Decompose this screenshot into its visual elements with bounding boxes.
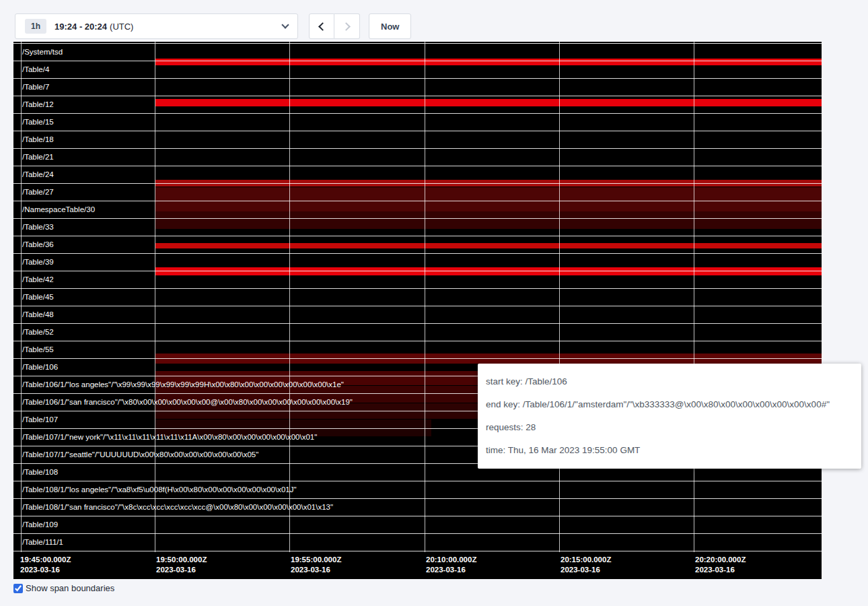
span-row-label: /Table/39 bbox=[13, 254, 54, 271]
span-row[interactable]: /Table/109 bbox=[13, 516, 822, 534]
span-row-label: /Table/48 bbox=[13, 306, 54, 323]
span-row[interactable]: /Table/45 bbox=[13, 289, 822, 306]
span-row[interactable]: /Table/12 bbox=[13, 96, 822, 114]
span-row[interactable]: /NamespaceTable/30 bbox=[13, 201, 822, 219]
span-row[interactable]: /Table/36 bbox=[13, 236, 822, 254]
span-row-label: /Table/111/1 bbox=[13, 534, 63, 551]
span-row-label: /Table/107 bbox=[13, 411, 58, 428]
tick-time: 19:55:00.000Z bbox=[291, 555, 341, 565]
time-nav-group bbox=[309, 13, 360, 39]
span-row-label: /Table/33 bbox=[13, 219, 54, 236]
range-timezone: (UTC) bbox=[110, 22, 133, 32]
x-axis-tick: 20:20:00.000Z2023-03-16 bbox=[695, 555, 746, 575]
span-row-label: /Table/108/1/"san francisco"/"\x8c\xcc\x… bbox=[13, 499, 333, 516]
tick-time: 20:20:00.000Z bbox=[695, 555, 746, 565]
span-row[interactable]: /Table/111/1 bbox=[13, 534, 822, 551]
tick-date: 2023-03-16 bbox=[20, 565, 71, 575]
now-button[interactable]: Now bbox=[369, 13, 411, 39]
tick-date: 2023-03-16 bbox=[560, 565, 611, 575]
span-row[interactable]: /Table/33 bbox=[13, 219, 822, 236]
span-row-label: /Table/108/1/"los angeles"/"\xa8\xf5\u00… bbox=[13, 481, 297, 498]
span-row-label: /Table/15 bbox=[13, 114, 54, 131]
x-axis-tick: 19:45:00.000Z2023-03-16 bbox=[20, 555, 71, 575]
tick-date: 2023-03-16 bbox=[426, 565, 476, 575]
span-row-label: /Table/106 bbox=[13, 359, 58, 376]
span-row-label: /NamespaceTable/30 bbox=[13, 201, 95, 218]
show-span-boundaries-checkbox[interactable] bbox=[13, 584, 23, 593]
range-label: 19:24 - 20:24(UTC) bbox=[55, 22, 133, 32]
span-row-label: /Table/55 bbox=[13, 341, 54, 358]
span-row-label: /Table/106/1/"los angeles"/"\x99\x99\x99… bbox=[13, 376, 344, 393]
span-row-label: /Table/12 bbox=[13, 96, 54, 113]
x-axis-tick: 20:10:00.000Z2023-03-16 bbox=[426, 555, 476, 575]
tick-date: 2023-03-16 bbox=[695, 565, 746, 575]
tick-time: 19:50:00.000Z bbox=[156, 555, 207, 565]
span-row-label: /Table/27 bbox=[13, 184, 54, 201]
span-row-label: /Table/45 bbox=[13, 289, 54, 306]
tick-time: 19:45:00.000Z bbox=[20, 555, 71, 565]
footer-controls: Show span boundaries bbox=[13, 583, 114, 593]
span-row[interactable]: /System/tsd bbox=[13, 44, 822, 61]
time-toolbar: 1h 19:24 - 20:24(UTC) Now bbox=[15, 13, 411, 39]
span-row-label: /Table/52 bbox=[13, 324, 54, 341]
tick-time: 20:10:00.000Z bbox=[426, 555, 476, 565]
tooltip-line: time: Thu, 16 Mar 2023 19:55:00 GMT bbox=[486, 439, 853, 462]
span-row-label: /Table/106/1/"san francisco"/"\x80\x00\x… bbox=[13, 394, 353, 411]
tooltip-line: start key: /Table/106 bbox=[486, 370, 853, 393]
x-axis-tick: 19:55:00.000Z2023-03-16 bbox=[291, 555, 341, 575]
x-axis-tick: 19:50:00.000Z2023-03-16 bbox=[156, 555, 207, 575]
span-row[interactable]: /Table/15 bbox=[13, 114, 822, 131]
span-row-label: /Table/21 bbox=[13, 149, 54, 166]
next-time-button[interactable] bbox=[334, 13, 360, 39]
span-row[interactable]: /Table/55 bbox=[13, 341, 822, 359]
tooltip-line: requests: 28 bbox=[486, 416, 853, 439]
span-row[interactable]: /Table/39 bbox=[13, 254, 822, 271]
span-row[interactable]: /Table/18 bbox=[13, 131, 822, 149]
span-row-label: /Table/7 bbox=[13, 79, 49, 96]
tick-time: 20:15:00.000Z bbox=[560, 555, 611, 565]
span-row-label: /Table/108 bbox=[13, 464, 58, 481]
show-span-boundaries-label[interactable]: Show span boundaries bbox=[26, 583, 114, 593]
span-row-label: /Table/36 bbox=[13, 236, 54, 253]
span-row-label: /Table/4 bbox=[13, 61, 49, 78]
key-visualizer-canvas[interactable]: /System/tsd/Table/4/Table/7/Table/12/Tab… bbox=[13, 42, 822, 579]
chevron-left-icon bbox=[318, 22, 327, 31]
x-axis-tick: 20:15:00.000Z2023-03-16 bbox=[560, 555, 611, 575]
span-row[interactable]: /Table/24 bbox=[13, 166, 822, 184]
range-preset-badge: 1h bbox=[25, 19, 46, 34]
span-row-label: /System/tsd bbox=[13, 44, 63, 61]
span-row[interactable]: /Table/4 bbox=[13, 61, 822, 79]
tick-date: 2023-03-16 bbox=[291, 565, 341, 575]
chevron-right-icon bbox=[342, 22, 351, 31]
span-row-label: /Table/107/1/"new york"/"\x11\x11\x11\x1… bbox=[13, 429, 317, 446]
span-row-label: /Table/107/1/"seattle"/"UUUUUUD\x00\x80\… bbox=[13, 446, 258, 463]
span-rows: /System/tsd/Table/4/Table/7/Table/12/Tab… bbox=[13, 43, 822, 551]
hover-tooltip: start key: /Table/106end key: /Table/106… bbox=[478, 364, 861, 469]
span-row[interactable]: /Table/48 bbox=[13, 306, 822, 324]
span-row[interactable]: /Table/52 bbox=[13, 324, 822, 341]
span-row[interactable]: /Table/42 bbox=[13, 271, 822, 289]
span-row-label: /Table/42 bbox=[13, 271, 54, 288]
prev-time-button[interactable] bbox=[309, 13, 334, 39]
span-row-label: /Table/18 bbox=[13, 131, 54, 148]
tick-date: 2023-03-16 bbox=[156, 565, 207, 575]
chevron-down-icon bbox=[281, 21, 289, 28]
span-row[interactable]: /Table/7 bbox=[13, 79, 822, 96]
time-range-selector[interactable]: 1h 19:24 - 20:24(UTC) bbox=[15, 13, 298, 39]
span-row-label: /Table/109 bbox=[13, 516, 58, 533]
span-row-label: /Table/24 bbox=[13, 166, 54, 183]
range-times: 19:24 - 20:24 bbox=[55, 22, 107, 32]
span-row[interactable]: /Table/27 bbox=[13, 184, 822, 201]
span-row[interactable]: /Table/108/1/"los angeles"/"\xa8\xf5\u00… bbox=[13, 481, 822, 499]
span-row[interactable]: /Table/108/1/"san francisco"/"\x8c\xcc\x… bbox=[13, 499, 822, 516]
span-row[interactable]: /Table/21 bbox=[13, 149, 822, 166]
tooltip-line: end key: /Table/106/1/"amsterdam"/"\xb33… bbox=[486, 393, 853, 416]
